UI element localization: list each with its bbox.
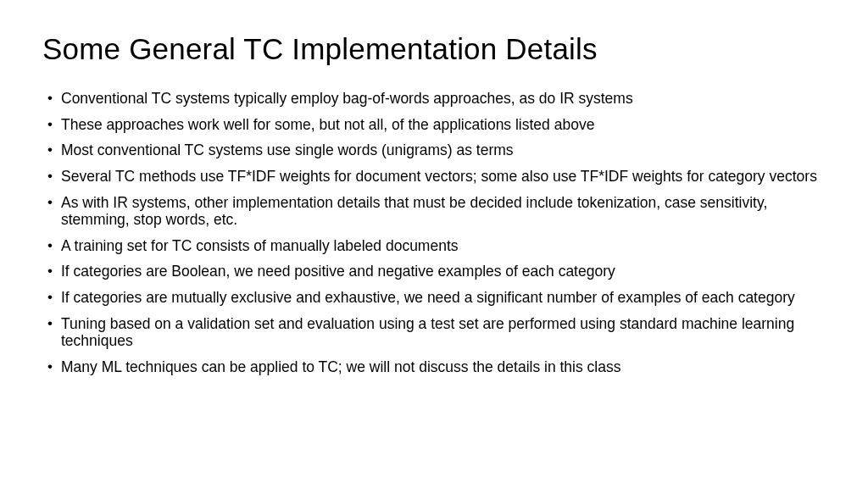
list-item: If categories are Boolean, we need posit…: [42, 263, 826, 280]
bullet-list: Conventional TC systems typically employ…: [42, 90, 826, 376]
list-item: Tuning based on a validation set and eva…: [42, 315, 826, 350]
slide-title: Some General TC Implementation Details: [42, 32, 826, 66]
list-item: As with IR systems, other implementation…: [42, 194, 826, 229]
list-item: Several TC methods use TF*IDF weights fo…: [42, 168, 826, 186]
list-item: These approaches work well for some, but…: [42, 116, 826, 134]
list-item: A training set for TC consists of manual…: [42, 237, 826, 255]
list-item: If categories are mutually exclusive and…: [42, 289, 826, 307]
list-item: Conventional TC systems typically employ…: [42, 90, 826, 108]
list-item: Most conventional TC systems use single …: [42, 141, 826, 159]
list-item: Many ML techniques can be applied to TC;…: [42, 358, 826, 376]
